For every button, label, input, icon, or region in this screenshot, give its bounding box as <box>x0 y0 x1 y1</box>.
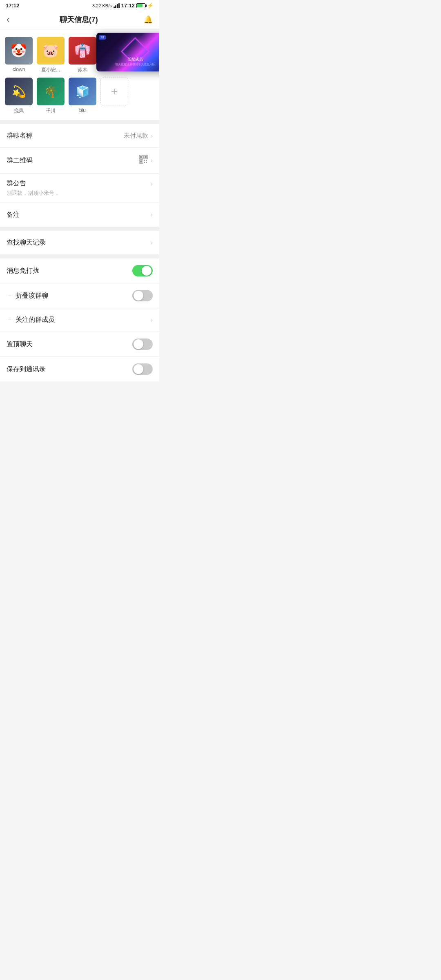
chevron-icon-search: › <box>151 239 153 246</box>
group-notice-label: 群公告 <box>7 179 151 188</box>
svg-rect-5 <box>140 160 142 163</box>
status-bar: 17:12 3.22 KB/s 17:12 ⚡ <box>0 0 159 10</box>
settings-item-fold-group[interactable]: － 折叠该群聊 <box>0 283 159 308</box>
settings-item-search-history[interactable]: 查找聊天记录 › <box>0 231 159 254</box>
popup-card: 28 低配成员 请关注超话并填写个人信息入队 <box>96 33 159 71</box>
member-item-sumu[interactable]: 苏木 28 低配成员 请关注超话并填写个人信息入队 <box>69 37 96 74</box>
avatar-wanfeng <box>5 78 33 105</box>
qr-icon <box>138 154 148 167</box>
toggle-thumb-dnd <box>142 266 151 276</box>
group-notice-row: 群公告 › <box>7 179 153 188</box>
pin-chat-toggle[interactable] <box>132 339 153 350</box>
avatar-clown <box>5 37 33 65</box>
chevron-icon-notice: › <box>151 180 153 187</box>
battery-icon <box>136 3 145 8</box>
member-name-clown: clown <box>13 67 25 72</box>
dnd-label: 消息免打扰 <box>7 267 132 275</box>
fold-group-toggle[interactable] <box>132 290 153 301</box>
member-item-biu[interactable]: biu <box>69 78 96 114</box>
toggle-thumb-pin <box>134 339 143 349</box>
avatar-xiaxiaoan <box>37 37 65 65</box>
toggle-thumb-save <box>134 364 143 374</box>
group-notice-subtext: 别退款，别顶小米号， <box>7 189 60 197</box>
member-name-qianchuan: 千川 <box>46 107 56 114</box>
svg-rect-1 <box>140 156 142 158</box>
popup-text-block: 低配成员 请关注超话并填写个人信息入队 <box>115 57 155 67</box>
settings-item-notes[interactable]: 备注 › <box>0 203 159 227</box>
save-contacts-label: 保存到通讯录 <box>7 365 132 374</box>
popup-badge: 28 <box>99 35 106 40</box>
add-member-item[interactable]: + <box>100 78 128 114</box>
members-section: clown 夏小安... 苏木 28 低配成员 请关注超话并填写个人信息入队 <box>0 29 159 120</box>
settings-list: 群聊名称 未付尾款 › 群二维码 › 群公告 › <box>0 124 159 227</box>
status-time-left: 17:12 <box>6 2 19 9</box>
member-item-qianchuan[interactable]: 千川 <box>37 78 65 114</box>
svg-rect-3 <box>145 156 147 158</box>
member-name-sumu: 苏木 <box>78 67 87 74</box>
avatar-qianchuan <box>37 78 65 105</box>
popup-main-text: 低配成员 <box>115 57 155 62</box>
member-item-wanfeng[interactable]: 挽风 <box>5 78 33 114</box>
popup-background: 28 低配成员 请关注超话并填写个人信息入队 <box>96 33 159 71</box>
member-item-clown[interactable]: clown <box>5 37 33 74</box>
network-speed: 3.22 KB/s <box>92 3 112 8</box>
settings-item-followed-members[interactable]: － 关注的群成员 › <box>0 308 159 332</box>
followed-members-label: 关注的群成员 <box>16 316 151 324</box>
group-name-label: 群聊名称 <box>7 131 124 140</box>
avatar-biu <box>69 78 96 105</box>
svg-rect-7 <box>146 160 147 161</box>
svg-rect-8 <box>144 162 145 163</box>
member-name-wanfeng: 挽风 <box>14 107 24 114</box>
pin-chat-label: 置顶聊天 <box>7 340 132 349</box>
charging-icon: ⚡ <box>147 2 154 9</box>
dnd-toggle[interactable] <box>132 265 153 276</box>
search-history-label: 查找聊天记录 <box>7 238 151 247</box>
settings-item-dnd[interactable]: 消息免打扰 <box>0 258 159 283</box>
member-name-xiaxiaoan: 夏小安... <box>41 67 60 74</box>
battery-fill <box>137 4 143 7</box>
svg-rect-6 <box>144 160 145 161</box>
avatar-sumu <box>69 37 96 65</box>
settings-item-pin-chat[interactable]: 置顶聊天 <box>0 332 159 357</box>
chevron-icon-followed: › <box>151 316 153 324</box>
status-time-right: 17:12 <box>121 2 135 9</box>
fold-group-label: 折叠该群聊 <box>16 292 132 300</box>
dash-prefix-fold: － <box>7 292 13 300</box>
section-divider-3 <box>0 254 159 258</box>
member-item-xiaxiaoan[interactable]: 夏小安... <box>37 37 65 74</box>
group-qr-label: 群二维码 <box>7 156 138 165</box>
section-divider <box>0 120 159 124</box>
members-grid-wrapper: clown 夏小安... 苏木 28 低配成员 请关注超话并填写个人信息入队 <box>5 37 154 114</box>
add-member-button[interactable]: + <box>100 78 128 105</box>
dash-prefix-followed: － <box>7 316 13 324</box>
save-contacts-toggle[interactable] <box>132 363 153 375</box>
svg-rect-9 <box>146 162 147 163</box>
settings-item-group-name[interactable]: 群聊名称 未付尾款 › <box>0 124 159 148</box>
settings-item-group-notice[interactable]: 群公告 › 别退款，别顶小米号， <box>0 174 159 203</box>
settings-list-2: 查找聊天记录 › <box>0 231 159 254</box>
member-name-biu: biu <box>79 107 86 113</box>
back-button[interactable]: ‹ <box>7 14 9 25</box>
chevron-icon-qr: › <box>151 157 153 164</box>
bell-icon[interactable]: 🔔 <box>144 15 153 24</box>
notes-label: 备注 <box>7 211 151 219</box>
toolbar: ‹ 聊天信息(7) 🔔 <box>0 10 159 29</box>
group-name-value: 未付尾款 <box>124 132 148 140</box>
toggle-thumb-fold <box>134 291 143 301</box>
chevron-icon: › <box>151 132 153 140</box>
signal-icon <box>114 3 120 8</box>
section-divider-2 <box>0 227 159 231</box>
chevron-icon-notes: › <box>151 211 153 218</box>
settings-list-3: 消息免打扰 － 折叠该群聊 － 关注的群成员 › 置顶聊天 保存到通讯录 <box>0 258 159 381</box>
members-grid: clown 夏小安... 苏木 28 低配成员 请关注超话并填写个人信息入队 <box>5 37 154 114</box>
settings-item-save-contacts[interactable]: 保存到通讯录 <box>0 357 159 381</box>
status-right: 3.22 KB/s 17:12 ⚡ <box>92 2 154 9</box>
popup-sub-text: 请关注超话并填写个人信息入队 <box>115 62 155 67</box>
settings-item-group-qr[interactable]: 群二维码 › <box>0 148 159 174</box>
page-title: 聊天信息(7) <box>13 15 144 24</box>
